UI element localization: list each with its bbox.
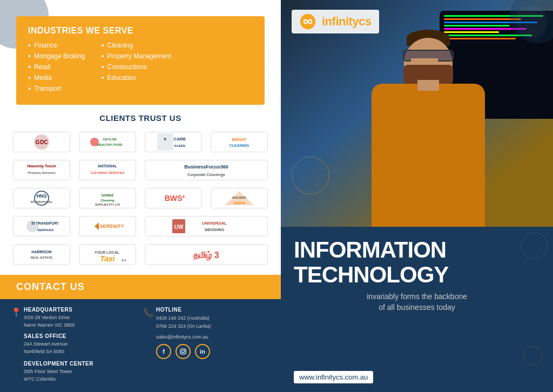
contact-email: sales@infinitycs.com.au bbox=[156, 334, 270, 340]
svg-point-46 bbox=[182, 350, 185, 353]
svg-text:KLEEN: KLEEN bbox=[174, 144, 185, 147]
industry-item: Retail bbox=[28, 63, 85, 71]
client-logo-ceylon: CEYLONHEALTHY FOOD bbox=[79, 132, 136, 152]
svg-text:INTERNATIONAL: INTERNATIONAL bbox=[31, 200, 52, 204]
client-logo-harrison: HARRISONREAL ESTATE bbox=[13, 244, 70, 265]
logo-cell: BusinessFocus360Corporate Concierge bbox=[143, 158, 270, 182]
svg-text:CLEANING SERVICES: CLEANING SERVICES bbox=[90, 171, 124, 174]
logo-grid: GOC CEYLONHEALTHY FOOD KCAREKLEEN BRIGHT… bbox=[11, 130, 270, 266]
hotline-block: HOTLINE 0426 146 242 (Australia) 0766 22… bbox=[156, 307, 211, 331]
svg-text:YOUR LOCAL: YOUR LOCAL bbox=[95, 251, 120, 254]
logo-text: infinitycs bbox=[322, 15, 372, 29]
svg-text:HARRISON: HARRISON bbox=[31, 250, 51, 254]
svg-text:BusinessFocus360: BusinessFocus360 bbox=[184, 164, 228, 170]
it-text-block: INFORMATION TECHNOLOGY invariably forms … bbox=[294, 238, 540, 313]
it-title-line1: INFORMATION TECHNOLOGY bbox=[294, 238, 540, 287]
svg-text:S E R V I C E: S E R V I C E bbox=[122, 259, 126, 262]
svg-text:ADDON: ADDON bbox=[233, 201, 245, 205]
industries-title: INDUSTRIES WE SERVE bbox=[28, 26, 253, 36]
industry-item: Transport bbox=[28, 84, 85, 93]
svg-text:CLEANING: CLEANING bbox=[230, 144, 249, 147]
industry-item: Media bbox=[28, 73, 85, 82]
right-panel: infinitycs bbox=[281, 0, 553, 392]
client-logo-serenity: SERENITY bbox=[79, 216, 136, 236]
svg-point-47 bbox=[184, 349, 185, 350]
industry-item: Cleaning bbox=[102, 41, 172, 50]
svg-text:UNIVERSAL: UNIVERSAL bbox=[202, 221, 227, 226]
svg-text:REAL ESTATE: REAL ESTATE bbox=[31, 256, 53, 259]
website-url[interactable]: www.infinitycs.com.au bbox=[294, 371, 373, 383]
svg-text:Cleaning: Cleaning bbox=[100, 199, 114, 202]
industry-item: Property Management bbox=[102, 52, 172, 60]
logo-cell: KCAREKLEEN bbox=[143, 130, 204, 154]
logo-cell: Heavenly TouchProperty Services bbox=[11, 158, 72, 182]
client-logo-si: SI TRANSPORTSERVICES bbox=[13, 216, 70, 236]
industry-item: Education bbox=[102, 73, 172, 82]
dev-label: DEVELOPMENT CENTER bbox=[24, 361, 138, 367]
svg-text:K: K bbox=[164, 137, 166, 141]
it-section: INFORMATION TECHNOLOGY invariably forms … bbox=[281, 227, 553, 392]
linkedin-icon[interactable]: in bbox=[195, 344, 210, 359]
phone-icon: 📞 bbox=[143, 307, 154, 317]
svg-text:HNS: HNS bbox=[36, 193, 46, 199]
logo-cell: CEYLONHEALTHY FOOD bbox=[77, 130, 138, 154]
website-area: www.infinitycs.com.au bbox=[294, 371, 540, 383]
logo-cell: HARRISONREAL ESTATE bbox=[11, 242, 72, 266]
deco-circle-it-1 bbox=[521, 232, 548, 259]
svg-text:UW: UW bbox=[174, 224, 184, 230]
infinity-logo: infinitycs bbox=[292, 10, 379, 33]
social-icons: f in bbox=[156, 344, 270, 359]
client-logo-national: NATIONALCLEANING SERVICES bbox=[79, 160, 136, 180]
contact-body: 📍 HEADQUARTERS 3/26-28 Verdun Drive Narr… bbox=[0, 299, 281, 392]
svg-text:CEYLON: CEYLON bbox=[103, 138, 116, 141]
deco-circle-it-2 bbox=[523, 346, 542, 365]
svg-text:NATIONAL: NATIONAL bbox=[98, 164, 117, 168]
sales-label: SALES OFFICE bbox=[24, 333, 138, 339]
svg-text:தமிழ் 3: தமிழ் 3 bbox=[193, 251, 219, 261]
sales-block: SALES OFFICE 24A Stewart Avenue Northfie… bbox=[24, 333, 138, 355]
hq-block: HEADQUARTERS 3/26-28 Verdun Drive Narre … bbox=[24, 307, 75, 329]
svg-text:CARE: CARE bbox=[174, 137, 186, 141]
facebook-icon[interactable]: f bbox=[156, 344, 171, 359]
logo-cell: தமிழ் 3 bbox=[143, 242, 270, 266]
clients-title: CLIENTS TRUST US bbox=[11, 113, 270, 123]
dev-block: DEVELOPMENT CENTER 35th Floor West Tower… bbox=[24, 361, 138, 383]
svg-text:GOC: GOC bbox=[36, 139, 48, 145]
industries-columns: Finance Mortgage Broking Retail Media Tr… bbox=[28, 41, 253, 95]
svg-text:Taxi: Taxi bbox=[100, 254, 116, 263]
industry-item: Mortgage Broking bbox=[28, 52, 85, 60]
svg-text:+: + bbox=[182, 194, 185, 200]
contact-right: 📞 HOTLINE 0426 146 242 (Australia) 0766 … bbox=[143, 307, 270, 388]
client-logo-taxi: YOUR LOCALTaxiS E R V I C E bbox=[79, 244, 136, 265]
svg-text:WEIGHING: WEIGHING bbox=[205, 228, 225, 232]
pin-icon: 📍 bbox=[11, 307, 22, 317]
contact-header: CONTACT US bbox=[0, 275, 281, 299]
logo-cell: NATIONALCLEANING SERVICES bbox=[77, 158, 138, 182]
right-top-photo: infinitycs bbox=[281, 0, 553, 227]
industries-col-1: Finance Mortgage Broking Retail Media Tr… bbox=[28, 41, 85, 95]
logo-cell: BRIGHTCLEANING bbox=[208, 130, 270, 154]
svg-text:Property Services: Property Services bbox=[28, 171, 56, 174]
client-logo-tamil: தமிழ் 3 bbox=[145, 244, 268, 265]
svg-marker-33 bbox=[95, 222, 99, 230]
hq-label: HEADQUARTERS bbox=[24, 307, 75, 313]
contact-title: CONTACT US bbox=[16, 281, 265, 293]
sales-address: 24A Stewart Avenue Northfield SA 5085 bbox=[24, 341, 138, 355]
industry-item: Constructions bbox=[102, 63, 172, 71]
logo-cell: UnitedCleaningSUPPLIES PTY LTD bbox=[77, 186, 138, 210]
contact-left: 📍 HEADQUARTERS 3/26-28 Verdun Drive Narr… bbox=[11, 307, 138, 388]
industry-item: Finance bbox=[28, 41, 85, 50]
client-logo-addon: ADDONBUILDERS bbox=[211, 188, 268, 208]
client-logo-universal: UWUNIVERSALWEIGHING bbox=[145, 216, 268, 236]
deco-circle-photo bbox=[292, 157, 329, 194]
contact-section: CONTACT US 📍 HEADQUARTERS 3/26-28 Verdun… bbox=[0, 275, 281, 392]
svg-text:SERVICES: SERVICES bbox=[37, 228, 53, 232]
instagram-icon[interactable] bbox=[176, 344, 191, 359]
client-logo-bright: BRIGHTCLEANING bbox=[211, 132, 268, 152]
left-panel: INDUSTRIES WE SERVE Finance Mortgage Bro… bbox=[0, 0, 281, 392]
hotline-2: 0766 224 324 (Sri Lanka) bbox=[156, 322, 211, 330]
logo-cell: BWS+ bbox=[143, 186, 204, 210]
svg-text:Heavenly Touch: Heavenly Touch bbox=[27, 164, 56, 168]
person-silhouette bbox=[361, 22, 501, 227]
logo-cell: SERENITY bbox=[77, 214, 138, 238]
